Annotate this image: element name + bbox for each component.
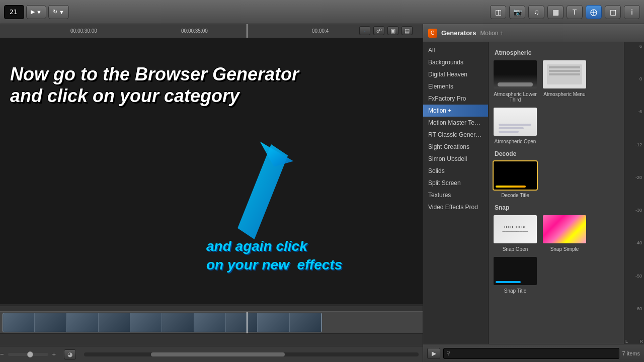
undo-dropdown-icon: ▼: [59, 9, 64, 15]
search-icon: ⚲: [446, 350, 450, 356]
snap-title-bar: [496, 281, 521, 283]
cat-textures[interactable]: Textures: [423, 189, 488, 201]
cat-elements[interactable]: Elements: [423, 80, 488, 93]
title-icon-btn[interactable]: T: [567, 5, 583, 19]
transport-icons: ⸳ ☍ ▣ ▤: [359, 26, 413, 35]
snap-icon[interactable]: ⸳: [359, 26, 370, 35]
cat-backgrounds[interactable]: Backgrounds: [423, 56, 488, 68]
scale-30: -30: [624, 208, 644, 213]
menu-preview: [547, 64, 582, 84]
cat-digital-heaven[interactable]: Digital Heaven: [423, 68, 488, 80]
thumb-label-st: Snap Title: [504, 288, 526, 294]
cloud-line: [499, 127, 524, 129]
scale-0: 0: [624, 77, 644, 81]
cat-motion-plus[interactable]: Motion +: [423, 105, 488, 117]
thumb-label-am: Atmospheric Menu: [543, 92, 585, 97]
record-btn[interactable]: ◕: [64, 349, 76, 359]
generator-icon-btn[interactable]: ⨁: [586, 5, 602, 19]
film-frame: [67, 313, 99, 332]
scale-6-pos: 6: [624, 44, 644, 49]
zoom-thumb[interactable]: [27, 351, 33, 357]
cat-fxfactory-pro[interactable]: FxFactory Pro: [423, 93, 488, 105]
section-decode: Decode: [495, 150, 620, 157]
thumb-snap-open[interactable]: TITLE HERE───────── Snap Open: [493, 214, 538, 252]
svg-marker-0: [237, 144, 288, 239]
section-snap: Snap: [495, 204, 620, 211]
text-t-icon: T: [573, 8, 577, 16]
arrow-dropdown-icon: ▼: [36, 9, 42, 15]
generators-icon: G: [428, 29, 437, 38]
ruler-mark-4: 00:00:4: [312, 24, 329, 38]
toolbar-left: 21 ▶ ▼ ↻ ▼: [4, 5, 69, 19]
generators-header: G Generators Motion +: [423, 24, 644, 42]
video-area: Now go to the Browser Generatorand click…: [0, 38, 423, 304]
cat-solids[interactable]: Solids: [423, 165, 488, 177]
view-icon[interactable]: ▣: [387, 26, 398, 35]
snapshot-icon-btn[interactable]: 📷: [509, 5, 525, 19]
toolbar: 21 ▶ ▼ ↻ ▼ ◫ 📷 ♫ ▦ T ⨁ ◫ i: [0, 0, 644, 24]
snap-simple-preview: [543, 215, 586, 243]
menu-line: [549, 73, 580, 75]
filter-icon-btn[interactable]: ▦: [547, 5, 564, 19]
arrow-icon: ▶: [31, 9, 35, 15]
thumb-snap-simple[interactable]: Snap Simple: [542, 214, 587, 252]
film-frame: [258, 313, 289, 332]
scale-6-neg: -6: [624, 110, 644, 114]
scale-20: -20: [624, 175, 644, 180]
clip-icon: ◫: [495, 8, 502, 16]
cat-motion-master[interactable]: Motion Master Tem....: [423, 117, 488, 129]
scale-50: -50: [624, 274, 644, 279]
thumb-label-dt: Decode Title: [501, 193, 529, 198]
sub-overlay-text: and again clickon your new effects: [206, 237, 418, 274]
film-frame: [194, 313, 226, 332]
scale-r: R: [640, 339, 643, 344]
film-frame: [3, 313, 35, 332]
timeline-scrollbar[interactable]: [84, 352, 419, 356]
track-clip[interactable]: [3, 313, 322, 332]
thumb-label-alt: Atmospheric Lower Third: [493, 92, 538, 103]
thumb-atmospheric-menu[interactable]: Atmospheric Menu: [542, 59, 587, 103]
thumb-decode-title[interactable]: Decode Title: [493, 160, 538, 198]
transition-icon-btn[interactable]: ◫: [605, 5, 621, 19]
decode-row: Decode Title: [493, 160, 620, 198]
preview-btn[interactable]: ▶: [427, 348, 440, 359]
cat-video-effects[interactable]: Video Effects Prod: [423, 201, 488, 213]
scrollbar-thumb[interactable]: [151, 352, 285, 356]
undo-tool-btn[interactable]: ↻ ▼: [48, 5, 69, 19]
audio-view-icon[interactable]: ▤: [401, 26, 413, 35]
link-icon[interactable]: ☍: [373, 26, 384, 35]
cat-simon-ubsdell[interactable]: Simon Ubsdell: [423, 153, 488, 165]
undo-icon: ↻: [53, 9, 57, 15]
overlay-text: Now go to the Browser Generatorand click…: [10, 63, 413, 107]
snap-open-text: TITLE HERE─────────: [502, 225, 528, 234]
film-frame: [35, 313, 66, 332]
toolbar-right: ◫ 📷 ♫ ▦ T ⨁ ◫ i: [490, 5, 640, 19]
audio-icon-btn[interactable]: ♫: [528, 5, 544, 19]
blue-arrow: [201, 139, 352, 239]
info-icon-btn[interactable]: i: [624, 5, 640, 19]
scale-bar: 6 0 -6 -12 -20 -30 -40 -50 -60 LR: [624, 42, 644, 344]
section-atmospheric: Atmospheric: [495, 49, 620, 56]
snap-row: TITLE HERE───────── Snap Open Snap Simpl…: [493, 214, 620, 294]
cat-split-screen[interactable]: Split Screen: [423, 177, 488, 189]
browser-body: All Backgrounds Digital Heaven Elements …: [423, 42, 644, 344]
zoom-plus-icon[interactable]: +: [52, 350, 56, 358]
main-overlay-text: Now go to the Browser Generatorand click…: [10, 63, 413, 107]
arrow-tool-btn[interactable]: ▶ ▼: [26, 5, 46, 19]
search-container: ⚲: [443, 348, 619, 359]
cat-sight-creations[interactable]: Sight Creations: [423, 141, 488, 153]
thumb-snap-title[interactable]: Snap Title: [493, 256, 538, 294]
zoom-minus-icon[interactable]: −: [0, 350, 4, 358]
thumb-atmospheric-lower-third[interactable]: Atmospheric Lower Third: [493, 59, 538, 103]
cloud-line: [499, 131, 519, 133]
clip-icon-btn[interactable]: ◫: [490, 5, 506, 19]
cat-all[interactable]: All: [423, 44, 488, 56]
ruler-mark-35: 00:00:35:00: [181, 24, 208, 38]
scale-40: -40: [624, 241, 644, 245]
search-input[interactable]: [443, 348, 619, 359]
zoom-slider-track[interactable]: [8, 353, 48, 356]
cat-rt-classic[interactable]: RT Classic Generat....: [423, 129, 488, 141]
generator-icon: ⨁: [590, 8, 597, 16]
timeline-tracks: [0, 306, 423, 346]
thumb-atmospheric-open[interactable]: Atmospheric Open: [493, 107, 538, 144]
